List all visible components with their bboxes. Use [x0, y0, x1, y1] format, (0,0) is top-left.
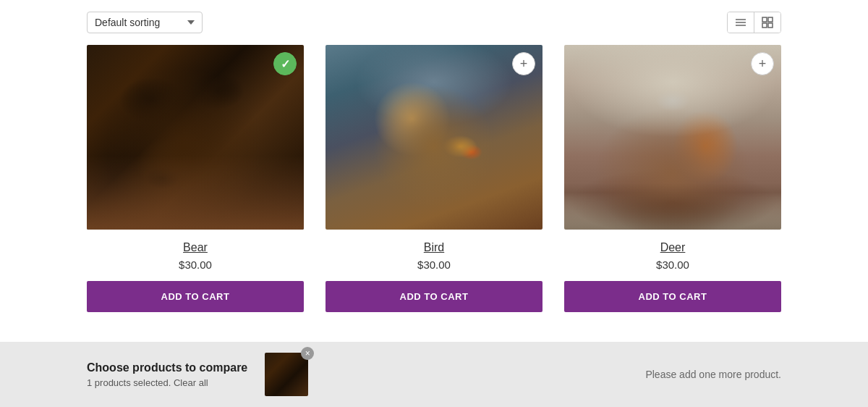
deer-image-wrapper: +	[564, 45, 781, 230]
compare-bar-left: Choose products to compare 1 products se…	[87, 353, 308, 396]
thumb-bear-image	[265, 353, 308, 396]
compare-bear-button[interactable]: ✓	[273, 52, 297, 75]
deer-add-to-cart-button[interactable]: ADD TO CART	[564, 281, 781, 312]
deer-product-name[interactable]: Deer	[660, 241, 686, 254]
compare-bar-right: Please add one more product.	[645, 369, 781, 380]
bird-product-price: $30.00	[417, 259, 451, 271]
product-card-deer: + Deer $30.00 ADD TO CART	[564, 45, 781, 312]
compare-bar-text: Choose products to compare 1 products se…	[87, 361, 247, 388]
compare-bar-title: Choose products to compare	[87, 361, 247, 374]
view-toggles	[727, 12, 781, 33]
grid-view-button[interactable]	[754, 12, 780, 33]
svg-rect-6	[768, 23, 773, 28]
deer-product-price: $30.00	[656, 259, 689, 271]
page-wrapper: Default sorting Sort by popularity Sort …	[0, 0, 868, 407]
svg-rect-4	[768, 17, 773, 22]
compare-thumb-wrapper: ×	[265, 353, 308, 396]
bear-add-to-cart-button[interactable]: ADD TO CART	[87, 281, 304, 312]
toolbar: Default sorting Sort by popularity Sort …	[0, 0, 868, 45]
product-grid: ✓ Bear $30.00 ADD TO CART + Bird $30.00 …	[0, 45, 868, 327]
bear-product-name[interactable]: Bear	[183, 241, 208, 254]
bird-add-to-cart-button[interactable]: ADD TO CART	[326, 281, 542, 312]
compare-deer-button[interactable]: +	[751, 52, 774, 75]
sort-select[interactable]: Default sorting Sort by popularity Sort …	[87, 12, 203, 33]
product-card-bird: + Bird $30.00 ADD TO CART	[326, 45, 542, 312]
bird-product-name[interactable]: Bird	[424, 241, 444, 254]
product-card-bear: ✓ Bear $30.00 ADD TO CART	[87, 45, 304, 312]
compare-thumb-bear	[265, 353, 308, 396]
compare-bird-button[interactable]: +	[512, 52, 535, 75]
compare-bar-selected: 1 products selected. Clear all	[87, 377, 247, 388]
bird-image-wrapper: +	[326, 45, 542, 230]
svg-rect-3	[762, 17, 767, 22]
bear-image-wrapper: ✓	[87, 45, 304, 230]
bird-image	[326, 45, 542, 230]
remove-thumb-button[interactable]: ×	[301, 347, 314, 360]
list-view-button[interactable]	[728, 12, 754, 33]
deer-image	[564, 45, 781, 230]
compare-notice-text: Please add one more product.	[645, 369, 781, 380]
compare-bar: Choose products to compare 1 products se…	[0, 342, 868, 407]
clear-all-link[interactable]: Clear all	[174, 377, 208, 388]
bear-image	[87, 45, 304, 230]
selected-count-text: 1 products selected.	[87, 377, 171, 388]
bear-product-price: $30.00	[179, 259, 212, 271]
svg-rect-5	[762, 23, 767, 28]
